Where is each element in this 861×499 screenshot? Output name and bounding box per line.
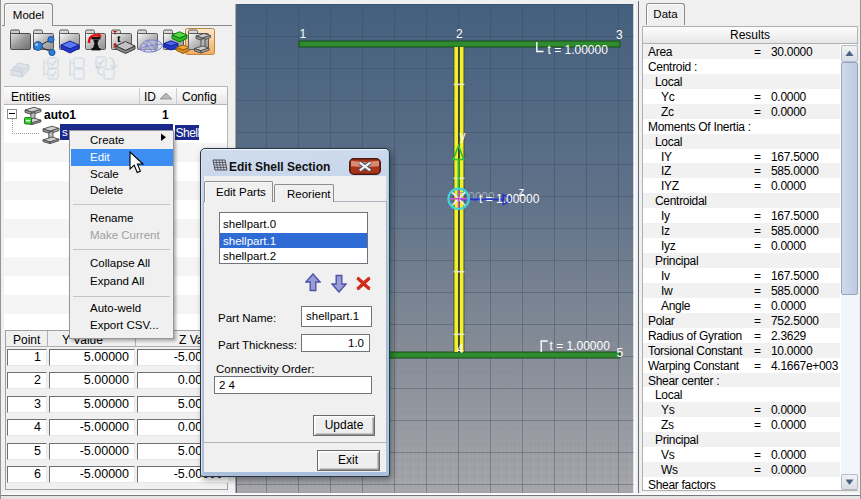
svg-text:t = 1.00000: t = 1.00000 (548, 43, 609, 57)
svg-text:5: 5 (617, 346, 624, 360)
svg-text:2: 2 (456, 27, 463, 41)
svg-text:t = 1.00000: t = 1.00000 (550, 339, 611, 353)
svg-text:t = 1.00000: t = 1.00000 (479, 192, 540, 206)
svg-text:1: 1 (300, 27, 307, 41)
svg-text:t: t (117, 32, 121, 44)
svg-text:3: 3 (616, 28, 623, 42)
svg-text:4: 4 (457, 342, 464, 356)
svg-text:y: y (460, 129, 466, 143)
